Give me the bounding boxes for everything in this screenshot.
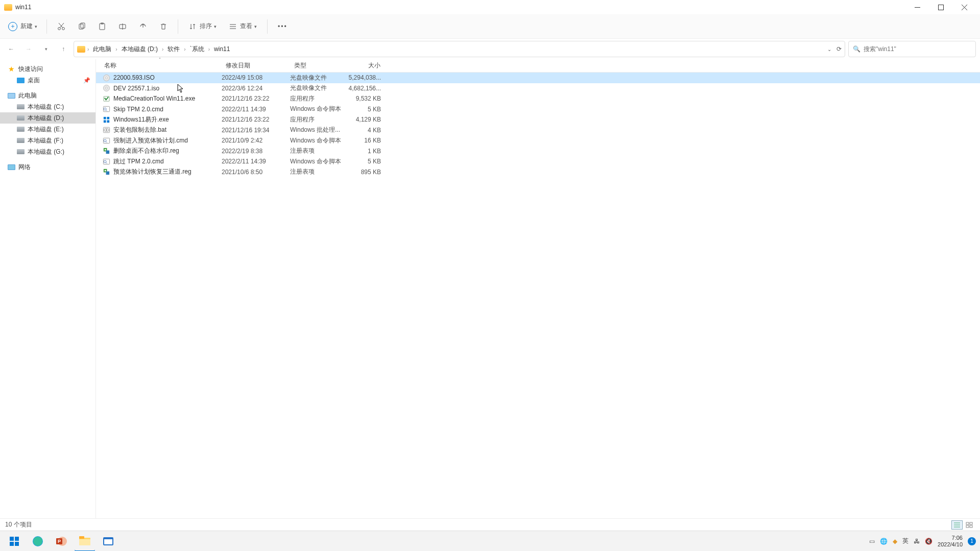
file-row[interactable]: 跳过 TPM 2.0.cmd2022/2/11 14:39Windows 命令脚…: [96, 156, 980, 167]
col-size[interactable]: 大小: [348, 59, 386, 72]
file-date: 2021/12/16 23:22: [222, 95, 290, 102]
svg-rect-5: [100, 23, 105, 30]
pc-icon: [7, 92, 15, 99]
notification-badge[interactable]: 1: [968, 537, 976, 545]
start-button[interactable]: [4, 531, 25, 552]
tray-icon[interactable]: ▭: [869, 538, 875, 545]
chevron-right-icon: ›: [162, 46, 163, 52]
file-date: 2022/4/9 15:08: [222, 74, 290, 81]
file-name: 22000.593.ISO: [113, 74, 155, 81]
title-bar: win11: [0, 0, 980, 14]
share-button[interactable]: [134, 18, 152, 35]
delete-button[interactable]: [154, 18, 173, 35]
file-date: 2022/2/11 14:39: [222, 106, 290, 113]
forward-button[interactable]: →: [21, 42, 36, 56]
minimize-button[interactable]: [905, 0, 929, 14]
file-row[interactable]: MediaCreationTool Win11.exe2021/12/16 23…: [96, 93, 980, 104]
file-date: 2021/12/16 23:22: [222, 116, 290, 123]
sidebar-item-drive[interactable]: 本地磁盘 (E:): [0, 124, 95, 135]
file-type: 光盘映像文件: [290, 74, 348, 82]
file-row[interactable]: DEV 22557.1.iso2022/3/6 12:24光盘映像文件4,682…: [96, 83, 980, 94]
chevron-right-icon: ›: [115, 46, 117, 52]
more-button[interactable]: •••: [273, 18, 293, 35]
file-name: Skip TPM 2.0.cmd: [113, 106, 163, 113]
col-date[interactable]: 修改日期: [222, 59, 290, 72]
breadcrumb[interactable]: 本地磁盘 (D:): [119, 43, 160, 55]
file-type: 光盘映像文件: [290, 84, 348, 92]
clock[interactable]: 7:06 2022/4/10: [938, 535, 963, 547]
taskbar-edge[interactable]: [28, 531, 48, 552]
taskbar-app[interactable]: [98, 531, 118, 552]
file-row[interactable]: 预览体验计划恢复三通道.reg2021/10/6 8:50注册表项895 KB: [96, 167, 980, 178]
volume-icon[interactable]: 🔇: [925, 538, 933, 545]
folder-icon: [4, 4, 12, 11]
chevron-right-icon: ›: [87, 46, 89, 52]
chevron-down-icon: ▾: [254, 24, 257, 29]
sidebar-item-drive[interactable]: 本地磁盘 (G:): [0, 146, 95, 157]
svg-rect-32: [966, 522, 969, 524]
breadcrumb[interactable]: 此电脑: [91, 43, 113, 55]
file-date: 2022/2/19 8:38: [222, 148, 290, 155]
sidebar-item-drive[interactable]: 本地磁盘 (F:): [0, 135, 95, 146]
file-name: 预览体验计划恢复三通道.reg: [113, 167, 192, 176]
search-icon: 🔍: [853, 45, 861, 53]
status-bar: 10 个项目: [0, 518, 980, 531]
network-icon[interactable]: 🖧: [914, 538, 920, 545]
sidebar-item-drive[interactable]: 本地磁盘 (D:): [0, 112, 95, 124]
svg-point-9: [105, 77, 107, 79]
breadcrumb[interactable]: `系统: [188, 43, 206, 55]
file-rows: 22000.593.ISO2022/4/9 15:08光盘映像文件5,294,0…: [96, 73, 980, 518]
toolbar: ＋ 新建 ▾ 排序 ▾ 查看 ▾ •••: [0, 14, 980, 39]
sort-label: 排序: [200, 22, 212, 31]
close-button[interactable]: [952, 0, 976, 14]
svg-rect-35: [970, 525, 972, 528]
file-row[interactable]: 删除桌面不合格水印.reg2022/2/19 8:38注册表项1 KB: [96, 146, 980, 157]
rename-button[interactable]: [113, 18, 132, 35]
sidebar-item-network[interactable]: 网络: [0, 161, 95, 173]
up-button[interactable]: ↑: [56, 42, 70, 56]
new-button[interactable]: ＋ 新建 ▾: [4, 18, 41, 35]
sidebar-item-thispc[interactable]: 此电脑: [0, 90, 95, 101]
icons-view-button[interactable]: [964, 520, 975, 530]
view-button[interactable]: 查看 ▾: [224, 18, 262, 35]
sidebar-item-desktop[interactable]: 桌面📌: [0, 75, 95, 86]
refresh-button[interactable]: ⟳: [836, 45, 842, 53]
chevron-down-icon[interactable]: ⌄: [827, 46, 831, 52]
cut-button[interactable]: [52, 18, 70, 35]
details-view-button[interactable]: [951, 520, 963, 530]
column-headers: ˄名称 修改日期 类型 大小: [96, 59, 980, 73]
col-type[interactable]: 类型: [290, 59, 348, 72]
file-size: 5 KB: [348, 158, 386, 165]
disk-icon: [16, 126, 25, 133]
breadcrumb[interactable]: 软件: [165, 43, 182, 55]
separator: [46, 19, 47, 34]
ime-indicator[interactable]: 英: [902, 537, 909, 545]
file-row[interactable]: 安装包限制去除.bat2021/12/16 19:34Windows 批处理..…: [96, 125, 980, 136]
svg-rect-37: [15, 537, 19, 541]
sort-button[interactable]: 排序 ▾: [183, 18, 222, 35]
file-row[interactable]: Skip TPM 2.0.cmd2022/2/11 14:39Windows 命…: [96, 104, 980, 115]
search-box[interactable]: 🔍: [848, 41, 976, 57]
file-size: 895 KB: [348, 169, 386, 176]
tray-icon[interactable]: 🌐: [880, 538, 888, 545]
tray-icon[interactable]: ◆: [893, 538, 897, 545]
paste-button[interactable]: [93, 18, 111, 35]
taskbar-powerpoint[interactable]: P: [51, 531, 71, 552]
back-button[interactable]: ←: [4, 42, 18, 56]
recent-button[interactable]: ▾: [39, 42, 53, 56]
sidebar-item-quick-access[interactable]: ★快速访问: [0, 63, 95, 75]
search-input[interactable]: [864, 45, 971, 53]
sidebar-item-drive[interactable]: 本地磁盘 (C:): [0, 101, 95, 112]
file-row[interactable]: Windows11易升.exe2021/12/16 23:22应用程序4,129…: [96, 114, 980, 125]
svg-rect-16: [107, 117, 109, 119]
address-bar[interactable]: › 此电脑 › 本地磁盘 (D:) › 软件 › `系统 › win11 ⌄ ⟳: [74, 41, 845, 57]
taskbar-explorer[interactable]: [75, 531, 95, 552]
file-row[interactable]: 22000.593.ISO2022/4/9 15:08光盘映像文件5,294,0…: [96, 73, 980, 83]
disk-icon: [16, 104, 25, 110]
file-row[interactable]: 强制进入预览体验计划.cmd2021/10/9 2:42Windows 命令脚本…: [96, 135, 980, 146]
copy-button[interactable]: [73, 18, 91, 35]
file-date: 2021/10/9 2:42: [222, 137, 290, 144]
maximize-button[interactable]: [929, 0, 952, 14]
breadcrumb[interactable]: win11: [212, 44, 232, 54]
col-name[interactable]: ˄名称: [96, 59, 222, 72]
